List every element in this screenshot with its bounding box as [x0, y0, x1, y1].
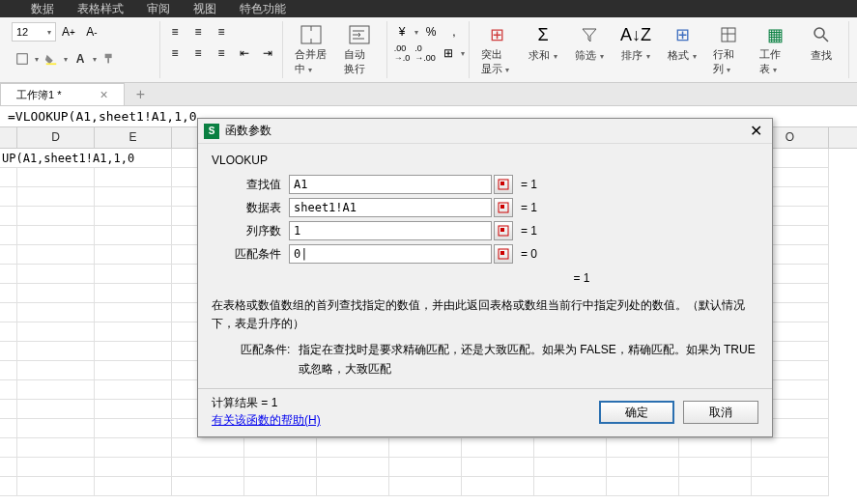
cell[interactable] [0, 187, 17, 207]
cell[interactable] [462, 458, 534, 477]
font-size-select[interactable]: 12▾ [12, 22, 56, 42]
cell[interactable] [17, 361, 95, 380]
cell[interactable] [0, 226, 17, 245]
cell[interactable] [95, 207, 172, 226]
cell[interactable] [317, 458, 389, 477]
cell[interactable] [95, 400, 172, 419]
cell[interactable] [0, 400, 17, 419]
cell[interactable] [95, 168, 172, 187]
cell[interactable] [752, 438, 829, 458]
cell[interactable] [17, 245, 95, 265]
cell[interactable] [95, 419, 172, 438]
cell[interactable] [0, 245, 17, 265]
cell[interactable] [95, 458, 172, 477]
cell[interactable] [679, 458, 752, 477]
highlight-button[interactable]: ⊞突出显示 ▾ [473, 21, 520, 78]
increase-decimal-icon[interactable]: .00→.0 [391, 42, 413, 64]
menu-item[interactable]: 表格样式 [66, 1, 135, 17]
filter-button[interactable]: 筛选 ▾ [566, 21, 613, 78]
range-select-icon[interactable] [494, 221, 513, 240]
indent-decrease-icon[interactable]: ⇤ [234, 42, 255, 64]
cell[interactable] [0, 265, 17, 284]
sum-button[interactable]: Σ求和 ▾ [520, 21, 566, 78]
menu-item[interactable]: 数据 [19, 1, 66, 17]
param-input-range-lookup[interactable] [289, 244, 492, 264]
param-input-table-array[interactable] [289, 198, 492, 217]
col-header[interactable]: E [95, 127, 172, 148]
cell[interactable] [95, 322, 172, 342]
align-center-icon[interactable]: ≡ [187, 42, 209, 64]
cell[interactable] [0, 284, 17, 303]
cell[interactable] [95, 226, 172, 245]
active-cell[interactable]: UP(A1,sheet1!A1,1,0 [0, 149, 172, 168]
indent-increase-icon[interactable]: ⇥ [257, 42, 278, 64]
ok-button[interactable]: 确定 [599, 401, 674, 424]
cell[interactable] [317, 477, 389, 496]
cell[interactable] [534, 438, 607, 458]
cell[interactable] [244, 477, 317, 496]
cell[interactable] [679, 477, 752, 496]
cell[interactable] [17, 400, 95, 419]
cell[interactable] [0, 458, 17, 477]
increase-font-icon[interactable]: A+ [58, 21, 79, 42]
decrease-font-icon[interactable]: A- [81, 21, 102, 42]
add-sheet-button[interactable]: + [127, 86, 155, 103]
cell[interactable] [17, 477, 95, 496]
cell[interactable] [244, 458, 317, 477]
cell[interactable] [462, 438, 534, 458]
cell[interactable] [0, 477, 17, 496]
cell[interactable] [17, 303, 95, 322]
sheet-tab[interactable]: 工作簿1 * × [0, 83, 125, 105]
cell[interactable] [607, 438, 679, 458]
percent-icon[interactable]: % [420, 21, 442, 42]
format-button[interactable]: ⊞格式 ▾ [659, 21, 705, 78]
worksheet-button[interactable]: ▦工作表 ▾ [752, 21, 798, 78]
cell[interactable] [317, 438, 389, 458]
decrease-decimal-icon[interactable]: .0→.00 [414, 42, 436, 64]
merge-cells-button[interactable]: 合并居中 ▾ [287, 21, 336, 78]
wrap-text-button[interactable]: 自动换行 [336, 21, 383, 78]
menu-item[interactable]: 特色功能 [228, 1, 298, 17]
cell[interactable] [244, 438, 317, 458]
align-top-icon[interactable]: ≡ [164, 21, 186, 42]
align-left-icon[interactable]: ≡ [164, 42, 186, 64]
border-icon[interactable] [12, 48, 33, 70]
cell[interactable] [389, 438, 462, 458]
cell[interactable] [95, 265, 172, 284]
dropdown-icon[interactable]: ▾ [35, 55, 39, 64]
cell[interactable] [17, 284, 95, 303]
cell[interactable] [0, 438, 17, 458]
cell[interactable] [0, 303, 17, 322]
range-select-icon[interactable] [494, 198, 513, 217]
cell[interactable] [0, 207, 17, 226]
currency-icon[interactable]: ¥ [391, 21, 413, 42]
range-select-icon[interactable] [494, 244, 513, 264]
cell[interactable] [95, 303, 172, 322]
cell[interactable] [389, 458, 462, 477]
cell[interactable] [95, 187, 172, 207]
cancel-button[interactable]: 取消 [683, 401, 758, 424]
cell[interactable] [607, 458, 679, 477]
cell[interactable] [17, 458, 95, 477]
sort-button[interactable]: A↓Z排序 ▾ [613, 21, 659, 78]
cell[interactable] [17, 168, 95, 187]
cell[interactable] [0, 380, 17, 400]
cell[interactable] [534, 458, 607, 477]
font-color-icon[interactable]: A [70, 48, 91, 70]
cell[interactable] [679, 438, 752, 458]
param-input-col-index[interactable] [289, 221, 492, 240]
find-button[interactable]: 查找 [798, 21, 844, 78]
cell[interactable] [389, 477, 462, 496]
number-format-icon[interactable]: ⊞ [438, 42, 459, 64]
cell[interactable] [17, 265, 95, 284]
cell[interactable] [0, 342, 17, 361]
fill-color-icon[interactable] [41, 48, 62, 70]
align-middle-icon[interactable]: ≡ [187, 21, 209, 42]
dropdown-icon[interactable]: ▾ [93, 55, 97, 64]
menu-item[interactable]: 视图 [182, 1, 228, 17]
cell[interactable] [95, 361, 172, 380]
help-link[interactable]: 有关该函数的帮助(H) [212, 412, 321, 429]
cell[interactable] [0, 361, 17, 380]
cell[interactable] [0, 322, 17, 342]
menu-item[interactable]: 审阅 [135, 1, 182, 17]
